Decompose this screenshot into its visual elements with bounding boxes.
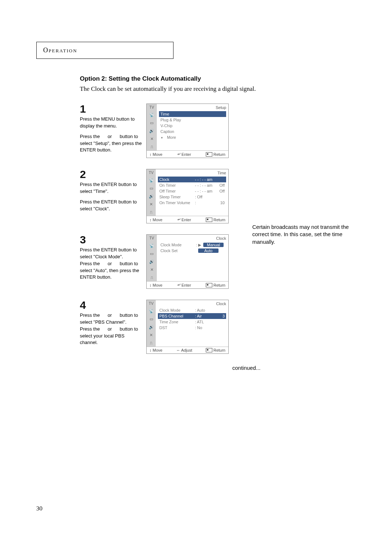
value: : No xyxy=(195,325,213,330)
osd-clockmode: TV 📡 ▭ 🔊 ✕ ⎍ Clock Clock Mode : ▶ Manual xyxy=(146,234,229,289)
label: On Timer xyxy=(159,183,193,187)
step-number: 1 xyxy=(80,104,143,114)
updown-icon xyxy=(150,348,152,352)
text: or xyxy=(108,134,112,139)
value: : Off xyxy=(195,195,213,199)
label: Off Timer xyxy=(159,189,193,193)
step-number: 3 xyxy=(80,234,143,245)
step-4-line-a: Press the or button to select "PBS Chann… xyxy=(80,312,143,326)
sound-icon: 🔊 xyxy=(149,128,155,133)
step-2-text: 2 Press the ENTER button to select "Time… xyxy=(80,169,143,212)
tools-icon: ✕ xyxy=(149,136,155,141)
tv-label: TV xyxy=(149,171,154,175)
osd-setup: TV 📡 ▭ 🔊 ✕ ⎍ Setup Time Plug & Play V-Ch… xyxy=(146,104,229,158)
value-manual: Manual xyxy=(203,243,224,247)
menu-item-dst[interactable]: DST : No xyxy=(158,325,226,331)
menu-item-ontimervolume[interactable]: On Timer Volume : 10 xyxy=(158,200,226,206)
step-2: 2 Press the ENTER button to select "Time… xyxy=(80,169,356,223)
value: - - : - - am xyxy=(195,189,213,193)
sliders-icon: ⎍ xyxy=(148,210,154,215)
updown-icon xyxy=(150,152,152,157)
step-1-line-b: Press the or button to select "Setup", t… xyxy=(80,133,143,154)
osd-footer: Move Enter Return xyxy=(147,216,228,223)
sound-icon: 🔊 xyxy=(149,259,155,264)
enter-icon xyxy=(177,217,180,222)
antenna-icon: 📡 xyxy=(149,112,155,117)
text: or xyxy=(108,326,112,332)
value: : Air xyxy=(195,314,213,318)
return-icon xyxy=(206,152,212,157)
value: Off xyxy=(215,183,225,187)
label: Move xyxy=(153,348,163,352)
hint-move: Move xyxy=(150,152,162,157)
leftright-icon xyxy=(176,348,180,352)
value: - - : - - am xyxy=(195,183,213,187)
step-4-text: 4 Press the or button to select "PBS Cha… xyxy=(80,300,143,346)
menu-item-more[interactable]: More xyxy=(159,134,226,140)
sep: : ▶ xyxy=(196,243,201,247)
intro-text: The Clock can be set automatically if yo… xyxy=(80,85,356,93)
step-2-line-a: Press the ENTER button to select "Time". xyxy=(80,181,143,195)
label: Enter xyxy=(181,152,191,157)
sound-icon: 🔊 xyxy=(148,194,154,199)
menu-item-sleeptimer[interactable]: Sleep Timer : Off xyxy=(158,194,226,200)
step-1: 1 Press the MENU button to display the m… xyxy=(80,104,356,158)
label: V-Chip xyxy=(160,124,172,128)
hint-return: Return xyxy=(206,152,225,157)
hint-move: Move xyxy=(150,217,162,222)
osd-sidebar: TV 📡 ▭ 🔊 ✕ ⎍ xyxy=(147,169,156,216)
step-2-line-b: Press the ENTER button to select "Clock"… xyxy=(80,199,143,213)
label: Return xyxy=(213,152,225,157)
osd-title: Time xyxy=(158,171,226,175)
tv-label: TV xyxy=(150,236,154,240)
step-3-line-a: Press the ENTER button to select "Clock … xyxy=(80,247,143,260)
menu-item-offtimer[interactable]: Off Timer - - : - - am Off xyxy=(158,188,226,194)
value: - - : - - am xyxy=(195,177,213,182)
osd-footer: Move Enter Return xyxy=(147,150,228,158)
osd-title: Clock xyxy=(159,236,226,240)
label: Move xyxy=(153,152,163,157)
section-tab: Operation xyxy=(36,42,173,59)
hint-adjust: Adjust xyxy=(176,348,192,352)
tools-icon: ✕ xyxy=(148,332,154,337)
menu-item-clockmode[interactable]: Clock Mode : Auto xyxy=(158,307,226,313)
menu-item-vchip[interactable]: V-Chip xyxy=(159,123,226,129)
sliders-icon: ⎍ xyxy=(149,275,155,280)
menu-item-clockmode[interactable]: Clock Mode : ▶ Manual xyxy=(159,242,226,248)
hint-move: Move xyxy=(150,348,162,352)
osd-footer: Move Adjust Return xyxy=(147,347,228,353)
sound-icon: 🔊 xyxy=(148,324,154,329)
osd-sidebar: TV 📡 ▭ 🔊 ✕ ⎍ xyxy=(147,300,156,347)
antenna-icon: 📡 xyxy=(148,178,154,183)
menu-item-clock[interactable]: Clock - - : - - am xyxy=(158,177,226,182)
label: Plug & Play xyxy=(160,118,181,122)
menu-item-timezone[interactable]: Time Zone : ATL xyxy=(158,319,226,325)
label: Enter xyxy=(181,218,191,222)
osd-sidebar: TV 📡 ▭ 🔊 ✕ ⎍ xyxy=(147,235,157,281)
text: Press the xyxy=(80,326,101,332)
label: Time xyxy=(160,112,169,116)
menu-item-ontimer[interactable]: On Timer - - : - - am Off xyxy=(158,182,226,188)
hint-enter: Enter xyxy=(177,283,191,287)
tools-icon: ✕ xyxy=(149,267,155,272)
value: 3 xyxy=(215,314,225,318)
text: Press the xyxy=(80,261,101,266)
antenna-icon: 📡 xyxy=(149,243,155,248)
osd-time: TV 📡 ▭ 🔊 ✕ ⎍ Time Clock - - : - - am xyxy=(146,169,229,223)
return-icon xyxy=(206,348,212,352)
menu-item-plugplay[interactable]: Plug & Play xyxy=(159,117,226,123)
label: On Timer Volume xyxy=(159,201,193,205)
hint-enter: Enter xyxy=(177,217,191,222)
osd-title: Clock xyxy=(158,302,226,306)
label: DST xyxy=(159,325,193,330)
menu-item-pbschannel[interactable]: PBS Channel : Air 3 xyxy=(158,313,226,319)
label: Return xyxy=(213,348,225,352)
hint-move: Move xyxy=(150,283,162,287)
text: or xyxy=(108,261,112,266)
menu-item-caption[interactable]: Caption xyxy=(159,129,226,134)
enter-icon xyxy=(177,283,180,287)
step-number: 2 xyxy=(80,169,143,180)
label: Return xyxy=(213,283,225,287)
menu-item-clockset[interactable]: Clock Set Auto xyxy=(159,248,226,254)
menu-item-time[interactable]: Time xyxy=(159,111,226,117)
